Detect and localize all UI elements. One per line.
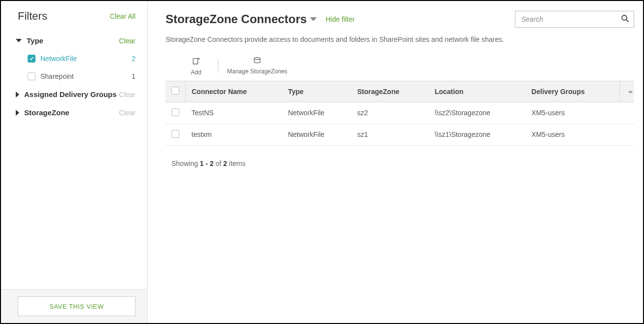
filter-item-sharepoint[interactable]: Sharepoint 1 <box>1 67 147 85</box>
cell-storagezone: sz1 <box>351 124 429 145</box>
cell-location: \\sz2\Storagezone <box>429 102 525 124</box>
select-all-header[interactable] <box>166 81 186 102</box>
col-location[interactable]: Location <box>429 81 525 102</box>
svg-line-1 <box>626 20 629 22</box>
checkbox-icon[interactable] <box>171 108 179 116</box>
filter-group-assigned-delivery-groups[interactable]: Assigned Delivery Groups Clear <box>1 85 147 103</box>
manage-storagezones-button[interactable]: Manage StorageZones <box>225 57 289 76</box>
filters-title: Filters <box>18 10 47 23</box>
col-storagezone[interactable]: StorageZone <box>351 81 429 102</box>
toolbar: Add Manage StorageZones <box>166 57 634 77</box>
filter-item-label: Sharepoint <box>40 72 74 80</box>
table-row[interactable]: testxm NetworkFile sz1 \\sz1\Storagezone… <box>166 124 634 145</box>
filter-item-count: 1 <box>132 72 136 80</box>
filter-group-label: Assigned Delivery Groups <box>24 90 117 98</box>
search-icon[interactable] <box>621 14 629 24</box>
cell-delivery-groups: XM5-users <box>526 124 619 145</box>
col-type[interactable]: Type <box>282 81 351 102</box>
pagination-summary: Showing 1 - 2 of 2 items <box>166 160 634 167</box>
search-input[interactable] <box>515 11 634 28</box>
filter-item-networkfile[interactable]: NetworkFile 2 <box>1 50 147 67</box>
filter-group-label: StorageZone <box>24 108 69 117</box>
column-options[interactable] <box>619 81 634 102</box>
search-wrap <box>515 11 634 28</box>
chevron-right-icon <box>16 110 19 116</box>
hide-filter-link[interactable]: Hide filter <box>326 15 355 23</box>
filter-group-type[interactable]: Type Clear <box>1 32 147 50</box>
cell-location: \\sz1\Storagezone <box>429 124 525 145</box>
col-connector-name[interactable]: Connector Name <box>186 81 282 102</box>
cell-delivery-groups: XM5-users <box>526 102 619 124</box>
svg-point-5 <box>254 58 260 60</box>
clear-adg-link: Clear <box>119 91 136 98</box>
filter-item-count: 2 <box>132 55 136 63</box>
cell-connector-name: testxm <box>186 124 282 145</box>
chevron-right-icon <box>16 92 19 97</box>
main-content: StorageZone Connectors Hide filter Stora… <box>148 1 643 323</box>
add-button[interactable]: Add <box>181 57 211 77</box>
chevron-down-icon <box>16 39 22 42</box>
save-view-button[interactable]: SAVE THIS VIEW <box>18 296 136 316</box>
cell-type: NetworkFile <box>282 124 351 145</box>
add-icon <box>192 57 200 67</box>
checkbox-checked-icon[interactable] <box>28 55 35 63</box>
filter-item-label: NetworkFile <box>40 55 77 63</box>
cell-storagezone: sz2 <box>351 102 429 124</box>
filters-sidebar: Filters Clear All Type Clear NetworkFile… <box>1 1 148 323</box>
storage-icon <box>253 57 261 66</box>
manage-label: Manage StorageZones <box>227 68 287 76</box>
clear-all-link[interactable]: Clear All <box>110 12 136 20</box>
checkbox-icon[interactable] <box>171 130 179 138</box>
connectors-table: Connector Name Type StorageZone Location… <box>166 81 634 146</box>
add-label: Add <box>191 69 201 77</box>
clear-sz-link: Clear <box>119 109 136 117</box>
filter-group-label: Type <box>27 36 43 45</box>
cell-type: NetworkFile <box>282 102 351 124</box>
dropdown-icon <box>310 17 317 21</box>
svg-rect-2 <box>193 59 198 64</box>
checkbox-icon[interactable] <box>28 72 35 80</box>
svg-point-0 <box>622 15 627 20</box>
cell-connector-name: TestNS <box>186 102 282 124</box>
page-description: StorageZone Connectors provide access to… <box>166 35 634 43</box>
page-title[interactable]: StorageZone Connectors <box>166 12 317 26</box>
table-row[interactable]: TestNS NetworkFile sz2 \\sz2\Storagezone… <box>166 102 634 124</box>
clear-type-link[interactable]: Clear <box>119 37 136 45</box>
toolbar-separator <box>218 59 218 73</box>
col-delivery-groups[interactable]: Delivery Groups <box>526 81 619 102</box>
checkbox-icon[interactable] <box>171 87 179 95</box>
table-header-row: Connector Name Type StorageZone Location… <box>166 81 634 102</box>
filter-group-storagezone[interactable]: StorageZone Clear <box>1 103 147 122</box>
page-title-text: StorageZone Connectors <box>166 12 307 26</box>
